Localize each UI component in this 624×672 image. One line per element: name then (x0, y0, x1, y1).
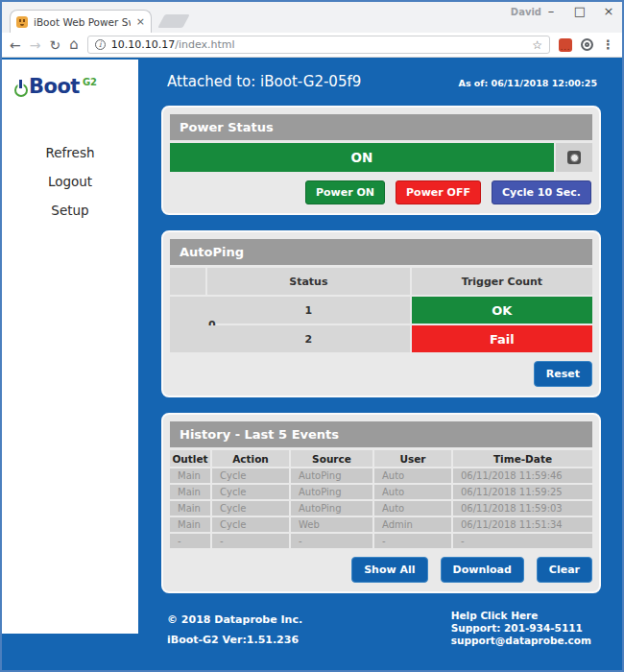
extension-ring-icon[interactable] (581, 38, 593, 51)
power-status-panel: Power Status ON Power ON Power OFF Cycle… (161, 106, 601, 215)
site-favicon-icon (16, 16, 28, 28)
history-cell: Main (170, 517, 210, 532)
reset-button[interactable]: Reset (534, 361, 592, 387)
home-icon[interactable]: ⌂ (69, 37, 79, 52)
extension-red-icon[interactable]: ... (559, 38, 572, 52)
history-cell: - (212, 534, 289, 548)
logo-text: Boot (29, 73, 80, 101)
history-cell: 06/11/2018 11:59:46 (453, 468, 592, 483)
history-col-action: Action (212, 450, 289, 467)
download-button[interactable]: Download (441, 557, 524, 583)
power-buttons-row: Power ON Power OFF Cycle 10 Sec. (170, 180, 592, 206)
history-col-user: User (374, 450, 451, 467)
minimize-icon[interactable]: – (543, 4, 559, 18)
power-on-button[interactable]: Power ON (305, 180, 385, 204)
autoping-row2-status: Fail (412, 325, 592, 352)
show-all-button[interactable]: Show All (351, 557, 427, 583)
page-info-icon[interactable]: i (95, 39, 106, 50)
history-cell: Web (291, 517, 372, 532)
power-state-bar: ON (170, 143, 554, 172)
help-link[interactable]: Help Click Here (451, 610, 591, 622)
history-cell: Auto (374, 485, 451, 499)
history-cell: AutoPing (291, 501, 372, 516)
autoping-col-trigger: Trigger Count (412, 268, 592, 295)
history-cell: 06/11/2018 11:59:03 (453, 501, 592, 516)
tab-strip: iBoot Web Power Switch × David – □ × (2, 2, 622, 33)
browser-tab[interactable]: iBoot Web Power Switch × (10, 10, 152, 33)
browser-menu-icon[interactable]: ⋮ (602, 37, 614, 52)
autoping-trigger-count: 0 (170, 297, 208, 352)
history-cell: Main (170, 501, 210, 516)
history-col-outlet: Outlet (170, 450, 210, 467)
window-controls: – □ × (543, 4, 616, 18)
history-cell: - (453, 534, 592, 548)
reload-icon[interactable]: ↻ (49, 38, 60, 52)
history-cell: Main (170, 468, 210, 483)
history-cell: Cycle (212, 501, 289, 516)
forward-icon[interactable]: → (30, 38, 41, 52)
sidebar-item-logout[interactable]: Logout (2, 174, 138, 190)
maximize-icon[interactable]: □ (572, 4, 588, 18)
close-icon[interactable]: × (601, 4, 616, 18)
history-cell: - (374, 534, 451, 548)
outlet-clock-icon (567, 151, 581, 164)
page-footer: © 2018 Dataprobe Inc. iBoot-G2 Ver:1.51.… (161, 610, 601, 651)
url-text[interactable]: 10.10.10.17/index.html (111, 38, 527, 51)
history-col-timedate: Time-Date (453, 450, 592, 467)
support-email-link[interactable]: support@dataprobe.com (451, 635, 591, 647)
history-cell: Cycle (212, 517, 289, 532)
new-tab-button[interactable] (157, 14, 189, 28)
tab-close-icon[interactable]: × (136, 15, 145, 28)
autoping-table: Status Trigger Count 1 OK 0 2 Fail (170, 268, 592, 352)
footer-right: Help Click Here Support: 201-934-5111 su… (451, 610, 591, 651)
footer-left: © 2018 Dataprobe Inc. iBoot-G2 Ver:1.51.… (167, 610, 302, 651)
sidebar-item-refresh[interactable]: Refresh (2, 145, 138, 161)
sidebar: Boot G2 Refresh Logout Setup (2, 60, 138, 634)
address-bar[interactable]: i 10.10.10.17/index.html ☆ (87, 36, 550, 54)
history-panel: History - Last 5 Events Outlet Action So… (161, 413, 601, 593)
autoping-row1-status: OK (412, 297, 592, 324)
clear-button[interactable]: Clear (537, 557, 592, 583)
history-cell: Auto (374, 501, 451, 516)
back-icon[interactable]: ← (10, 38, 21, 52)
autoping-corner-cell (170, 268, 205, 295)
copyright-text: © 2018 Dataprobe Inc. (167, 610, 302, 630)
support-phone: Support: 201-934-5111 (451, 622, 591, 635)
history-cell: AutoPing (291, 468, 372, 483)
browser-window: iBoot Web Power Switch × David – □ × ← →… (0, 0, 624, 672)
cycle-button[interactable]: Cycle 10 Sec. (492, 180, 591, 204)
autoping-panel: AutoPing Status Trigger Count 1 OK 0 2 F… (161, 230, 601, 397)
main-content: Attached to: iBoot-G2-05f9 As of: 06/11/… (138, 58, 622, 670)
browser-toolbar: ← → ↻ ⌂ i 10.10.10.17/index.html ☆ ... ⋮ (2, 33, 622, 58)
profile-name[interactable]: David (511, 7, 541, 17)
url-host: 10.10.10.17 (111, 38, 175, 51)
history-cell: - (170, 534, 210, 548)
history-cell: Auto (374, 468, 451, 483)
history-cell: Admin (374, 517, 451, 532)
url-path: /index.html (175, 38, 234, 51)
power-status-title: Power Status (170, 114, 592, 140)
history-cell: - (291, 534, 372, 548)
sidebar-nav: Refresh Logout Setup (2, 145, 138, 219)
sidebar-item-setup[interactable]: Setup (2, 203, 138, 219)
history-cell: 06/11/2018 11:51:34 (453, 517, 592, 532)
history-footer: Show All Download Clear (170, 557, 592, 585)
bookmark-star-icon[interactable]: ☆ (532, 38, 542, 52)
autoping-title: AutoPing (170, 239, 592, 265)
history-cell: 06/11/2018 11:59:25 (453, 485, 592, 499)
power-state-row: ON (170, 143, 592, 172)
history-col-source: Source (291, 450, 372, 467)
autoping-row1-num: 1 (207, 297, 410, 324)
history-title: History - Last 5 Events (170, 421, 592, 447)
power-symbol-icon (13, 80, 29, 103)
power-off-button[interactable]: Power OFF (396, 180, 481, 204)
page-background: Boot G2 Refresh Logout Setup Attached to… (2, 58, 622, 670)
autoping-footer: Reset (170, 361, 592, 389)
autoping-row2-num: 2 (207, 325, 410, 352)
iboot-logo: Boot G2 (2, 60, 138, 103)
history-cell: Cycle (212, 468, 289, 483)
page-header: Attached to: iBoot-G2-05f9 As of: 06/11/… (161, 73, 601, 90)
tab-title: iBoot Web Power Switch (34, 16, 131, 28)
version-text: iBoot-G2 Ver:1.51.236 (167, 630, 302, 650)
history-cell: Main (170, 485, 210, 499)
